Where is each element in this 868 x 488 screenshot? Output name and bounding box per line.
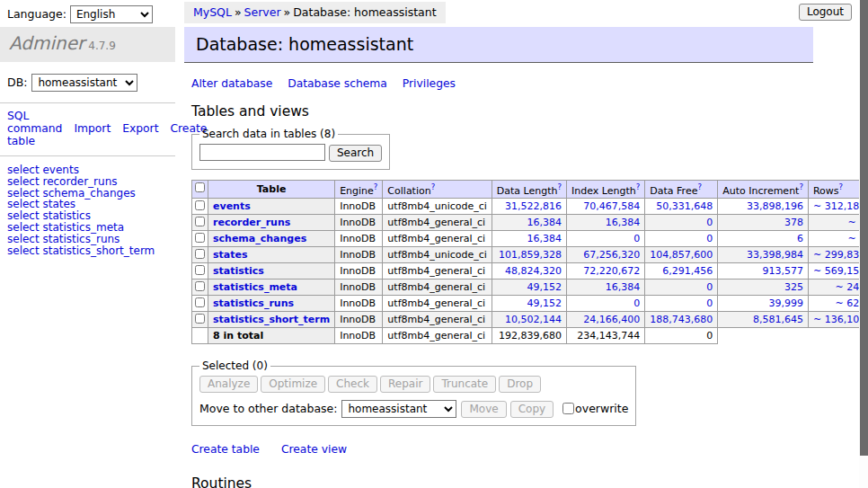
selected-legend: Selected (0) <box>199 359 270 372</box>
data-free-link[interactable]: 104,857,600 <box>650 249 713 261</box>
breadcrumb-server[interactable]: Server <box>244 5 281 19</box>
index-length-link[interactable]: 16,384 <box>606 281 641 293</box>
auto-increment-link[interactable]: 378 <box>784 217 803 228</box>
sidebar-select-statistics-short-term[interactable]: select statistics_short_term <box>7 245 175 257</box>
data-free-link[interactable]: 6,291,456 <box>662 265 713 277</box>
subnav-privileges[interactable]: Privileges <box>403 77 456 90</box>
language-select[interactable]: English <box>70 5 153 23</box>
truncate-button[interactable]: Truncate <box>433 376 496 393</box>
select-all-checkbox[interactable] <box>195 182 205 192</box>
sidebar-action-export[interactable]: Export <box>122 122 158 135</box>
table-link-schema-changes[interactable]: schema_changes <box>213 233 306 244</box>
data-length-link[interactable]: 16,384 <box>527 217 562 228</box>
data-length-link[interactable]: 49,152 <box>527 297 562 309</box>
index-length-link[interactable]: 72,220,672 <box>583 265 640 277</box>
data-free-link[interactable]: 50,331,648 <box>656 200 713 212</box>
overwrite-checkbox[interactable] <box>562 403 574 414</box>
engine-cell: InnoDB <box>335 215 383 231</box>
table-link-recorder-runs[interactable]: recorder_runs <box>213 217 290 228</box>
data-free-link[interactable]: 188,743,680 <box>650 314 713 325</box>
footer-create-view[interactable]: Create view <box>281 443 347 456</box>
row-checkbox[interactable] <box>195 249 205 259</box>
search-input[interactable] <box>199 144 325 161</box>
data-length-link[interactable]: 49,152 <box>527 281 562 293</box>
subnav-alter-database[interactable]: Alter database <box>191 77 272 90</box>
logout-button[interactable]: Logout <box>799 4 852 21</box>
analyze-button[interactable]: Analyze <box>199 376 258 393</box>
row-checkbox[interactable] <box>195 281 205 291</box>
index-length-link[interactable]: 16,384 <box>606 217 641 228</box>
auto-increment-link[interactable]: 325 <box>784 281 803 293</box>
help-link-auto-increment[interactable]: ? <box>799 182 803 191</box>
help-link-rows[interactable]: ? <box>839 182 844 191</box>
subnav-database-schema[interactable]: Database schema <box>288 77 387 90</box>
data-free-link[interactable]: 0 <box>706 233 713 244</box>
db-label: DB: <box>7 75 27 89</box>
data-length-cell: 48,824,320 <box>492 263 566 279</box>
index-length-link[interactable]: 0 <box>633 297 640 309</box>
rows-link[interactable]: ~ 569,159 <box>813 265 865 277</box>
auto-increment-link[interactable]: 6 <box>797 233 803 244</box>
table-link-statistics[interactable]: statistics <box>213 265 264 277</box>
check-button[interactable]: Check <box>328 376 377 393</box>
auto-increment-link[interactable]: 913,577 <box>762 265 803 277</box>
scrollbar-track[interactable] <box>859 0 868 488</box>
optimize-button[interactable]: Optimize <box>261 376 325 393</box>
auto-increment-link[interactable]: 33,398,984 <box>747 249 803 261</box>
engine-cell: InnoDB <box>335 263 383 279</box>
help-link-index-length[interactable]: ? <box>636 182 641 191</box>
help-link-collation[interactable]: ? <box>431 182 436 191</box>
data-length-link[interactable]: 48,824,320 <box>505 265 562 277</box>
row-checkbox[interactable] <box>195 314 205 324</box>
auto-increment-link[interactable]: 33,898,196 <box>747 200 803 212</box>
row-checkbox[interactable] <box>195 265 205 275</box>
data-length-link[interactable]: 10,502,144 <box>505 314 562 325</box>
drop-button[interactable]: Drop <box>499 376 541 393</box>
sidebar-select-statistics-runs[interactable]: select statistics_runs <box>7 234 175 245</box>
table-link-statistics-runs[interactable]: statistics_runs <box>213 297 294 309</box>
sidebar-action-sql-command[interactable]: SQL command <box>7 110 62 135</box>
index-length-link[interactable]: 0 <box>633 233 640 244</box>
move-button[interactable]: Move <box>461 401 506 418</box>
table-link-events[interactable]: events <box>213 200 251 212</box>
table-link-states[interactable]: states <box>213 249 248 261</box>
help-link-engine[interactable]: ? <box>374 182 378 191</box>
sidebar-select-events[interactable]: select events <box>7 164 175 176</box>
index-length-link[interactable]: 70,467,584 <box>583 200 640 212</box>
index-length-link[interactable]: 67,256,320 <box>583 249 640 261</box>
search-button[interactable]: Search <box>329 145 382 162</box>
row-checkbox[interactable] <box>195 297 205 307</box>
rows-link[interactable]: ~ 299,833 <box>813 249 865 261</box>
sidebar-select-recorder-runs[interactable]: select recorder_runs <box>7 176 175 188</box>
data-length-link[interactable]: 16,384 <box>527 233 562 244</box>
row-checkbox[interactable] <box>195 200 205 210</box>
data-free-link[interactable]: 0 <box>706 297 713 309</box>
move-db-select[interactable]: homeassistant <box>341 400 456 418</box>
scrollbar-thumb[interactable] <box>860 0 868 456</box>
table-link-statistics-short-term[interactable]: statistics_short_term <box>213 314 330 325</box>
auto-increment-link[interactable]: 8,581,645 <box>753 314 803 325</box>
db-select[interactable]: homeassistant <box>31 74 137 92</box>
copy-button[interactable]: Copy <box>510 401 554 418</box>
rows-link[interactable]: ~ 312,180 <box>813 200 865 212</box>
data-free-link[interactable]: 0 <box>706 217 713 228</box>
app-name[interactable]: Adminer <box>9 32 84 54</box>
footer-create-table[interactable]: Create table <box>191 443 260 456</box>
index-length-link[interactable]: 24,166,400 <box>583 314 640 325</box>
help-link-data-free[interactable]: ? <box>697 182 702 191</box>
help-link-data-length[interactable]: ? <box>558 182 562 191</box>
row-checkbox[interactable] <box>195 217 205 226</box>
rows-link[interactable]: ~ 136,108 <box>813 314 865 325</box>
data-length-link[interactable]: 31,522,816 <box>505 200 562 212</box>
row-checkbox[interactable] <box>195 233 205 243</box>
breadcrumb-mysql[interactable]: MySQL <box>193 5 232 19</box>
table-name-cell: statistics_meta <box>208 279 335 296</box>
search-legend: Search data in tables (8) <box>199 128 338 140</box>
sidebar-action-import[interactable]: Import <box>74 122 111 135</box>
sidebar-select-statistics-meta[interactable]: select statistics_meta <box>7 222 175 234</box>
data-length-link[interactable]: 101,859,328 <box>499 249 562 261</box>
table-link-statistics-meta[interactable]: statistics_meta <box>213 281 297 293</box>
data-free-link[interactable]: 0 <box>706 281 713 293</box>
auto-increment-link[interactable]: 39,999 <box>768 297 803 309</box>
repair-button[interactable]: Repair <box>380 376 430 393</box>
